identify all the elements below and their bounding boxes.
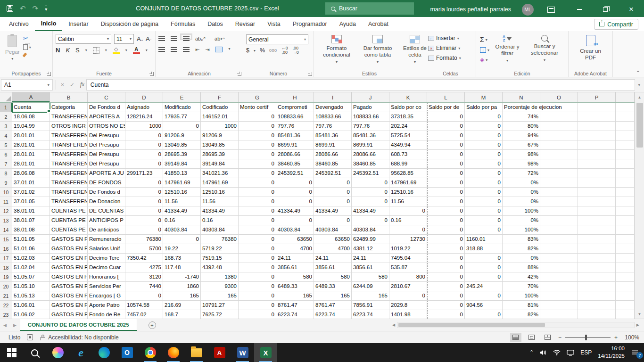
cell-C16[interactable]: Salarios Unif	[88, 244, 125, 254]
cell-O15[interactable]	[540, 235, 578, 244]
cell-K12[interactable]: 0	[389, 206, 427, 216]
cell-D15[interactable]: 76380	[125, 235, 163, 244]
cell-P22[interactable]	[578, 301, 616, 310]
cell-F3[interactable]: 1000	[201, 122, 239, 131]
cell-G12[interactable]: 0	[239, 206, 276, 216]
cell-J14[interactable]: 40303.84	[352, 225, 389, 235]
formula-input[interactable]: Cuenta	[86, 79, 636, 90]
orientation-icon[interactable]: ab⤢	[195, 36, 205, 42]
cell-O6[interactable]	[540, 150, 578, 159]
cell-L5[interactable]: 0	[427, 140, 465, 150]
cell-C17[interactable]: Decimo Terc	[88, 254, 125, 263]
cell-J18[interactable]: 3856.61	[352, 263, 389, 272]
taskbar-excel-button[interactable]: X	[254, 343, 277, 362]
cell-K16[interactable]: 1019.22	[389, 244, 427, 254]
row-header-5[interactable]: 5	[0, 140, 12, 150]
cell-H10[interactable]: 0	[276, 188, 314, 197]
cell-B7[interactable]: TRANSFEREN	[50, 159, 88, 169]
cell-B1[interactable]: Categoria	[50, 103, 88, 112]
cell-N17[interactable]: 0%	[503, 254, 540, 263]
cell-G23[interactable]: 0	[239, 310, 276, 319]
cell-J1[interactable]: Pagado	[352, 103, 389, 112]
cell-D5[interactable]: 0	[125, 140, 163, 150]
row-header-1[interactable]: 1	[0, 103, 12, 112]
cell-O13[interactable]	[540, 216, 578, 225]
vertical-scrollbar[interactable]: ▲ ▼	[635, 92, 644, 319]
clear-button[interactable]: ◈▾	[480, 57, 489, 63]
cell-Q14[interactable]	[616, 225, 635, 235]
cell-I8[interactable]: 245392.51	[314, 169, 352, 178]
font-color-button[interactable]: A	[133, 47, 140, 54]
notification-center-button[interactable]: 7	[631, 348, 641, 357]
cell-O21[interactable]	[540, 291, 578, 301]
tab-inicio[interactable]: Inicio	[35, 17, 63, 31]
cell-A14[interactable]: 38.01.08	[12, 225, 50, 235]
cell-C11[interactable]: De Donacion	[88, 197, 125, 206]
name-box-dropdown-icon[interactable]: ▾	[47, 82, 50, 87]
taskbar-search-button[interactable]	[23, 343, 46, 362]
zoom-slider-thumb[interactable]	[585, 335, 587, 340]
row-header-4[interactable]: 4	[0, 131, 12, 140]
horizontal-scroll-thumb[interactable]	[398, 323, 545, 327]
minimize-button[interactable]	[570, 1, 589, 18]
cell-O2[interactable]	[540, 112, 578, 122]
cell-N20[interactable]: 70%	[503, 282, 540, 291]
cell-J8[interactable]: 245392.51	[352, 169, 389, 178]
column-header-partial[interactable]	[616, 92, 635, 102]
zoom-out-button[interactable]: −	[558, 334, 561, 341]
fill-color-button[interactable]: ◇	[113, 47, 120, 54]
cell-A23[interactable]: 51.06.02	[12, 310, 50, 319]
cell-C15[interactable]: Remuneracio	[88, 235, 125, 244]
cell-E16[interactable]: 19.22	[163, 244, 201, 254]
cell-C12[interactable]: DE CUENTAS	[88, 206, 125, 216]
tab-revisar[interactable]: Revisar	[229, 17, 261, 31]
clock[interactable]: 16:00 14/11/2025	[598, 345, 625, 360]
row-header-9[interactable]: 9	[0, 178, 12, 188]
cell-M3[interactable]: 0	[465, 122, 503, 131]
cell-D17[interactable]: 7350.42	[125, 254, 163, 263]
cell-A5[interactable]: 28.01.01	[12, 140, 50, 150]
cell-D7[interactable]: 0	[125, 159, 163, 169]
tab-insertar[interactable]: Insertar	[62, 17, 94, 31]
cell-Q18[interactable]	[616, 263, 635, 272]
column-header-J[interactable]: J	[352, 92, 389, 102]
cell-G13[interactable]: 0	[239, 216, 276, 225]
cell-B14[interactable]: CUENTAS PE	[50, 225, 88, 235]
row-header-14[interactable]: 14	[0, 225, 12, 235]
cell-Q10[interactable]	[616, 188, 635, 197]
cell-Q2[interactable]	[616, 112, 635, 122]
cell-P19[interactable]	[578, 272, 616, 282]
cell-O10[interactable]	[540, 188, 578, 197]
cell-M5[interactable]: 0	[465, 140, 503, 150]
cell-M9[interactable]: 0	[465, 178, 503, 188]
cell-M6[interactable]: 0	[465, 150, 503, 159]
cell-E11[interactable]: 11.56	[163, 197, 201, 206]
cell-Q7[interactable]	[616, 159, 635, 169]
cell-L17[interactable]: 0	[427, 254, 465, 263]
cell-D13[interactable]: 0	[125, 216, 163, 225]
customize-qat-icon[interactable]: ▾	[45, 6, 47, 12]
cell-G4[interactable]: 0	[239, 131, 276, 140]
cell-L3[interactable]: 0	[427, 122, 465, 131]
cell-H3[interactable]: 797.76	[276, 122, 314, 131]
cell-F5[interactable]: 13049.85	[201, 140, 239, 150]
language-indicator[interactable]: ESP	[580, 349, 592, 356]
cell-N11[interactable]: 0%	[503, 197, 540, 206]
taskbar-explorer-button[interactable]	[185, 343, 208, 362]
cell-L9[interactable]: 0	[427, 178, 465, 188]
italic-button[interactable]: K	[66, 47, 70, 54]
cell-I2[interactable]: 108833.66	[314, 112, 352, 122]
cell-C6[interactable]: Del Presupu	[88, 150, 125, 159]
shrink-font-button[interactable]: Aˇ	[146, 35, 151, 42]
cell-K5[interactable]: 4349.94	[389, 140, 427, 150]
cell-Q12[interactable]	[616, 206, 635, 216]
cell-J12[interactable]: 41334.49	[352, 206, 389, 216]
row-header-6[interactable]: 6	[0, 150, 12, 159]
cell-M18[interactable]: 0	[465, 263, 503, 272]
cell-H17[interactable]: 24.11	[276, 254, 314, 263]
row-header-17[interactable]: 17	[0, 254, 12, 263]
cell-L15[interactable]: 0	[427, 235, 465, 244]
align-right-icon[interactable]	[183, 47, 190, 48]
row-header-23[interactable]: 23	[0, 310, 12, 319]
cell-J21[interactable]: 165	[352, 291, 389, 301]
